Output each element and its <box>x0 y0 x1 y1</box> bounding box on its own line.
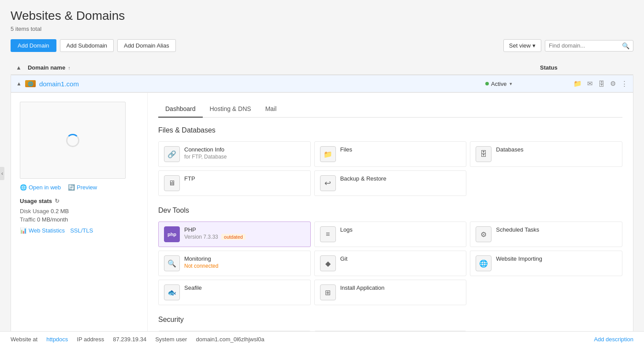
domain-row-wrapper: ▲ 🌐 domain1.com Active ▾ 📁 ✉ 🗄 ⚙ ⋮ <box>11 75 633 347</box>
domain-favicon: 🌐 <box>25 80 36 87</box>
items-count: 5 items total <box>11 26 633 32</box>
seafile-icon: 🐟 <box>164 284 180 300</box>
connection-info-name: Connection Info <box>184 146 305 153</box>
settings-icon[interactable]: ⚙ <box>610 80 616 88</box>
tool-ftp[interactable]: 🖥 FTP <box>158 170 311 196</box>
tab-hosting-dns[interactable]: Hosting & DNS <box>203 102 258 118</box>
domain-name[interactable]: domain1.com <box>39 80 485 88</box>
stat-links: 📊 Web Statistics SSL/TLS <box>20 227 138 234</box>
disk-usage-stat: Disk Usage 0.2 MB <box>20 208 138 214</box>
domain-actions: 📁 ✉ 🗄 ⚙ ⋮ <box>573 80 628 88</box>
preview-links: 🌐 Open in web 🔄 Preview <box>20 184 138 191</box>
tool-logs[interactable]: ≡ Logs <box>314 221 467 247</box>
add-domain-button[interactable]: Add Domain <box>11 39 56 52</box>
files-databases-tools: 🔗 Connection Info for FTP, Database 📁 Fi… <box>158 141 622 196</box>
databases-icon: 🗄 <box>476 146 491 162</box>
git-name: Git <box>340 255 461 262</box>
tool-website-importing[interactable]: 🌐 Website Importing <box>470 251 622 276</box>
dev-tools-grid: php PHP Version 7.3.33 outdated <box>158 221 622 305</box>
folder-icon[interactable]: 📁 <box>573 80 582 88</box>
page-title: Websites & Domains <box>11 9 633 23</box>
database-icon[interactable]: 🗄 <box>598 80 605 88</box>
web-statistics-link[interactable]: 📊 Web Statistics <box>20 227 65 234</box>
loading-spinner <box>66 134 79 147</box>
tool-monitoring[interactable]: 🔍 Monitoring Not connected <box>158 251 311 276</box>
domain-row[interactable]: ▲ 🌐 domain1.com Active ▾ 📁 ✉ 🗄 ⚙ ⋮ <box>11 75 633 92</box>
domain-status-badge: Active ▾ <box>485 81 573 87</box>
scheduled-tasks-icon: ⚙ <box>476 226 491 242</box>
tool-install-application[interactable]: ⊞ Install Application <box>314 280 467 305</box>
backup-restore-name: Backup & Restore <box>340 175 461 182</box>
dev-tools-section: Dev Tools php PHP Version 7.3.33 outdate… <box>158 207 622 305</box>
find-domain-input[interactable] <box>549 42 619 49</box>
usage-stats-title: Usage stats ↻ <box>20 198 138 204</box>
domain-collapse-icon[interactable]: ▲ <box>16 81 22 87</box>
files-databases-title: Files & Databases <box>158 126 622 134</box>
status-col-header: Status <box>540 64 628 71</box>
tab-dashboard[interactable]: Dashboard <box>158 102 203 118</box>
connection-info-sub: for FTP, Database <box>184 154 305 160</box>
status-chevron-icon[interactable]: ▾ <box>510 81 512 87</box>
monitoring-name: Monitoring <box>184 255 305 262</box>
right-panel: Dashboard Hosting & DNS Mail Files & Dat… <box>148 93 633 347</box>
preview-icon: 🔄 <box>68 184 75 191</box>
ssl-tls-link[interactable]: SSL/TLS <box>70 227 93 234</box>
set-view-button[interactable]: Set view ▾ <box>503 39 541 52</box>
toolbar: Add Domain Add Subdomain Add Domain Alia… <box>11 39 633 52</box>
tool-php[interactable]: php PHP Version 7.3.33 outdated <box>158 221 311 247</box>
email-icon[interactable]: ✉ <box>587 80 593 88</box>
tool-files[interactable]: 📁 Files <box>314 141 467 167</box>
logs-name: Logs <box>340 226 461 233</box>
add-subdomain-button[interactable]: Add Subdomain <box>60 39 114 52</box>
usage-stats: Usage stats ↻ Disk Usage 0.2 MB Traffic … <box>20 198 138 234</box>
seafile-name: Seafile <box>184 284 305 291</box>
add-domain-alias-button[interactable]: Add Domain Alias <box>117 39 176 52</box>
collapse-all-icon[interactable]: ▲ <box>16 64 22 71</box>
collapse-side-handle[interactable]: ‹ <box>0 167 4 180</box>
domain-name-col-header[interactable]: Domain name <box>28 64 65 71</box>
php-outdated-badge: outdated <box>221 234 246 240</box>
scheduled-tasks-name: Scheduled Tasks <box>496 226 617 233</box>
preview-link[interactable]: 🔄 Preview <box>68 184 97 191</box>
sort-arrow-icon: ↑ <box>68 65 71 70</box>
git-icon: ◆ <box>320 255 336 271</box>
traffic-stat: Traffic 0 MB/month <box>20 216 138 223</box>
toolbar-right: Set view ▾ 🔍 <box>503 39 633 52</box>
dev-tools-title: Dev Tools <box>158 207 622 214</box>
tool-backup-restore[interactable]: ↩ Backup & Restore <box>314 170 467 196</box>
ip-address-value: 87.239.19.34 <box>113 336 146 343</box>
dashboard-tabs: Dashboard Hosting & DNS Mail <box>158 102 622 118</box>
open-in-web-link[interactable]: 🌐 Open in web <box>20 184 61 191</box>
files-name: Files <box>340 146 461 153</box>
files-databases-section: Files & Databases 🔗 Connection Info for … <box>158 126 622 196</box>
tool-scheduled-tasks[interactable]: ⚙ Scheduled Tasks <box>470 221 622 247</box>
domain-content: 🌐 Open in web 🔄 Preview Usage stats ↻ Di… <box>11 92 633 347</box>
website-path-label: Website at <box>11 336 37 343</box>
system-user-label: System user <box>155 336 187 343</box>
install-application-icon: ⊞ <box>320 284 336 300</box>
tool-seafile[interactable]: 🐟 Seafile <box>158 280 311 305</box>
more-icon[interactable]: ⋮ <box>621 80 628 88</box>
tab-mail[interactable]: Mail <box>258 102 284 118</box>
open-web-icon: 🌐 <box>20 184 27 191</box>
tool-databases[interactable]: 🗄 Databases <box>470 141 622 167</box>
files-icon: 📁 <box>320 146 336 162</box>
php-icon: php <box>164 226 180 242</box>
ftp-name: FTP <box>184 175 305 182</box>
tool-git[interactable]: ◆ Git <box>314 251 467 276</box>
security-title: Security <box>158 316 622 324</box>
php-name: PHP <box>184 226 305 233</box>
connection-info-icon: 🔗 <box>164 146 180 162</box>
add-description-link[interactable]: Add description <box>594 336 633 343</box>
backup-restore-icon: ↩ <box>320 175 336 191</box>
status-text: Active <box>491 81 506 87</box>
chevron-down-icon: ▾ <box>532 42 536 49</box>
tool-connection-info[interactable]: 🔗 Connection Info for FTP, Database <box>158 141 311 167</box>
left-panel: 🌐 Open in web 🔄 Preview Usage stats ↻ Di… <box>11 93 148 347</box>
search-box: 🔍 <box>545 40 633 52</box>
refresh-icon[interactable]: ↻ <box>55 198 60 204</box>
website-path-link[interactable]: httpdocs <box>46 336 68 343</box>
website-importing-icon: 🌐 <box>476 255 491 271</box>
status-dot-icon <box>485 82 489 85</box>
ftp-icon: 🖥 <box>164 175 180 191</box>
